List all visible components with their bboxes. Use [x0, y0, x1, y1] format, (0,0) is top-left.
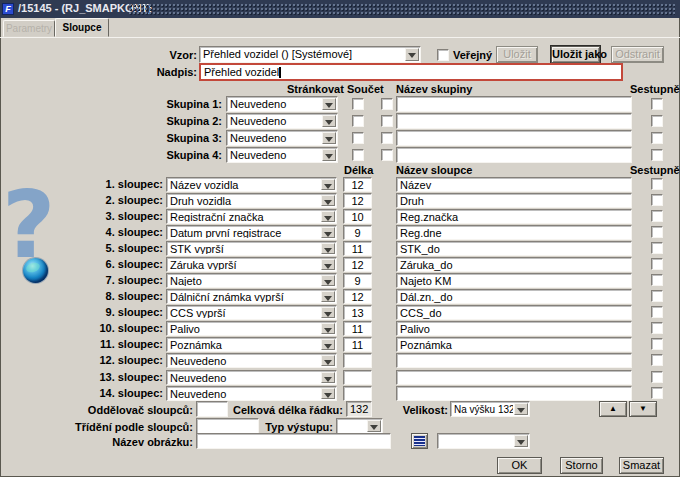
column-name-input[interactable] [396, 370, 632, 385]
sestupne-checkbox[interactable] [651, 258, 663, 270]
column-name-input[interactable]: Reg.dne [396, 225, 632, 240]
dropdown-arrow-icon[interactable] [321, 179, 335, 190]
sestupne-checkbox[interactable] [651, 210, 663, 222]
delka-input[interactable]: 9 [343, 273, 372, 288]
column-name-input[interactable]: Reg.značka [396, 209, 632, 224]
dropdown-arrow-icon[interactable] [321, 339, 335, 350]
sestupne-checkbox[interactable] [651, 242, 663, 254]
delka-input[interactable]: 11 [343, 241, 372, 256]
sestupne-checkbox[interactable] [651, 115, 663, 127]
column-name-input[interactable]: Palivo [396, 321, 632, 336]
storno-button[interactable]: Storno [560, 457, 603, 474]
verejny-checkbox[interactable] [437, 49, 449, 61]
sestupne-checkbox[interactable] [651, 98, 663, 110]
column-name-input[interactable]: Poznámka [396, 337, 632, 352]
dropdown-arrow-icon[interactable] [322, 149, 336, 161]
sestupne-checkbox[interactable] [651, 226, 663, 238]
column-select[interactable]: Dálniční známka vyprší [166, 289, 337, 304]
column-select[interactable]: Neuvedeno [166, 353, 337, 368]
column-name-input[interactable]: Záruka_do [396, 257, 632, 272]
group-select[interactable]: Neuvedeno [226, 96, 338, 112]
group-select[interactable]: Neuvedeno [226, 147, 338, 163]
delka-input[interactable]: 12 [343, 257, 372, 272]
dropdown-arrow-icon[interactable] [405, 48, 419, 61]
sestupne-checkbox[interactable] [651, 387, 663, 399]
nazev-obrazku-input[interactable] [196, 433, 391, 449]
velikost-select[interactable]: Na výšku 132 zn. [450, 401, 530, 417]
column-name-input[interactable]: Dál.zn._do [396, 289, 632, 304]
smazat-button[interactable]: Smazat [619, 457, 664, 474]
delka-input[interactable] [343, 386, 372, 401]
column-select[interactable]: Najeto [166, 273, 337, 288]
oddelovac-input[interactable] [196, 401, 228, 417]
sestupne-checkbox[interactable] [651, 338, 663, 350]
dropdown-arrow-icon[interactable] [321, 388, 335, 399]
delka-input[interactable]: 11 [343, 337, 372, 352]
vzor-select[interactable]: Přehled vozidel () [Systémové] [199, 46, 421, 63]
dropdown-arrow-icon[interactable] [514, 403, 528, 415]
dropdown-arrow-icon[interactable] [321, 355, 335, 366]
dropdown-arrow-icon[interactable] [514, 435, 528, 447]
dropdown-arrow-icon[interactable] [322, 132, 336, 144]
strankovat-checkbox[interactable] [352, 115, 364, 127]
group-name-input[interactable] [396, 113, 632, 129]
column-name-input[interactable]: Najeto KM [396, 273, 632, 288]
sestupne-checkbox[interactable] [651, 322, 663, 334]
delka-input[interactable]: 10 [343, 209, 372, 224]
column-name-input[interactable]: STK_do [396, 241, 632, 256]
browse-image-button[interactable] [411, 433, 428, 449]
dropdown-arrow-icon[interactable] [321, 243, 335, 254]
column-select[interactable]: Registrační značka [166, 209, 337, 224]
delka-input[interactable]: 13 [343, 305, 372, 320]
odstranit-button[interactable]: Odstranit [611, 46, 664, 63]
dropdown-arrow-icon[interactable] [367, 420, 381, 432]
delka-input[interactable]: 12 [343, 289, 372, 304]
tab-parametry[interactable]: Parametry [3, 20, 55, 37]
column-name-input[interactable]: Název [396, 177, 632, 192]
move-down-button[interactable]: ▼ [629, 401, 657, 417]
column-select[interactable]: Druh vozidla [166, 193, 337, 208]
nadpis-input[interactable]: Přehled vozidel [199, 63, 623, 81]
soucet-checkbox[interactable] [381, 149, 393, 161]
delka-input[interactable]: 12 [343, 193, 372, 208]
column-select[interactable]: Záruka vyprší [166, 257, 337, 272]
dropdown-arrow-icon[interactable] [321, 211, 335, 222]
sestupne-checkbox[interactable] [651, 149, 663, 161]
sestupne-checkbox[interactable] [651, 306, 663, 318]
column-select[interactable]: CCS vyprší [166, 305, 337, 320]
dropdown-arrow-icon[interactable] [321, 275, 335, 286]
column-name-input[interactable] [396, 353, 632, 368]
delka-input[interactable] [343, 353, 372, 368]
group-select[interactable]: Neuvedeno [226, 113, 338, 129]
dropdown-arrow-icon[interactable] [321, 307, 335, 318]
sestupne-checkbox[interactable] [651, 290, 663, 302]
column-select[interactable]: Poznámka [166, 337, 337, 352]
dropdown-arrow-icon[interactable] [321, 227, 335, 238]
column-select[interactable]: Neuvedeno [166, 386, 337, 401]
sestupne-checkbox[interactable] [651, 132, 663, 144]
soucet-checkbox[interactable] [381, 98, 393, 110]
delka-input[interactable]: 11 [343, 321, 372, 336]
dropdown-arrow-icon[interactable] [322, 115, 336, 127]
strankovat-checkbox[interactable] [352, 98, 364, 110]
column-name-input[interactable]: CCS_do [396, 305, 632, 320]
column-select[interactable]: Název vozidla [166, 177, 337, 192]
delka-input[interactable] [343, 370, 372, 385]
column-select[interactable]: STK vyprší [166, 241, 337, 256]
sestupne-checkbox[interactable] [651, 274, 663, 286]
dropdown-arrow-icon[interactable] [321, 195, 335, 206]
soucet-checkbox[interactable] [381, 115, 393, 127]
column-select[interactable]: Palivo [166, 321, 337, 336]
soucet-checkbox[interactable] [381, 132, 393, 144]
move-up-button[interactable]: ▲ [599, 401, 627, 417]
group-name-input[interactable] [396, 130, 632, 146]
typ-vystupu-select[interactable] [336, 418, 383, 434]
ulozit-jako-button[interactable]: Uložit jako [551, 46, 600, 63]
dropdown-arrow-icon[interactable] [321, 291, 335, 302]
delka-input[interactable]: 9 [343, 225, 372, 240]
strankovat-checkbox[interactable] [352, 149, 364, 161]
group-name-input[interactable] [396, 147, 632, 163]
column-select[interactable]: Datum první registrace [166, 225, 337, 240]
column-select[interactable]: Neuvedeno [166, 370, 337, 385]
ulozit-button[interactable]: Uložit [496, 46, 538, 63]
